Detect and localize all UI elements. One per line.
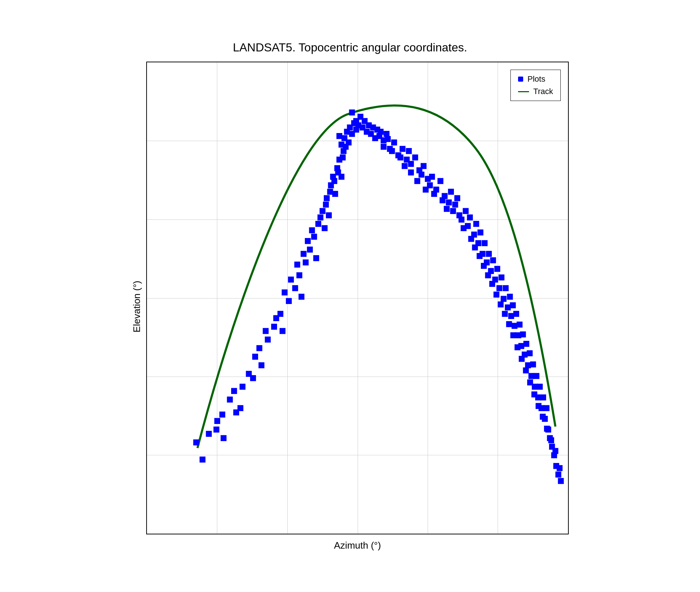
dot (221, 435, 226, 441)
dot (540, 394, 546, 400)
dot (419, 172, 424, 178)
dot (438, 178, 443, 184)
dot (508, 313, 514, 319)
dot (301, 251, 307, 257)
dot (271, 324, 277, 330)
dot (506, 321, 512, 327)
dot (227, 397, 233, 402)
dot (376, 133, 382, 139)
dot (467, 214, 473, 220)
dot (324, 195, 330, 201)
dot (288, 277, 294, 283)
dot (307, 246, 313, 252)
dot (527, 379, 533, 385)
dot (305, 238, 311, 244)
dot (431, 191, 437, 197)
dot (331, 178, 337, 184)
chart-svg (147, 62, 568, 534)
dot (440, 197, 446, 203)
dot (485, 272, 491, 278)
dot (414, 178, 420, 184)
dot (481, 263, 487, 269)
dot (263, 328, 269, 334)
dot (286, 298, 292, 304)
dot (505, 304, 511, 310)
dot (444, 206, 450, 212)
dot (537, 384, 543, 390)
dot (237, 405, 243, 411)
dot (548, 437, 554, 443)
dot (532, 392, 537, 397)
dot (250, 375, 256, 381)
dot (482, 240, 487, 246)
dot (323, 202, 329, 207)
dot (468, 236, 474, 242)
dot (303, 260, 308, 265)
dot (507, 294, 513, 300)
dot (524, 341, 529, 347)
dot (513, 311, 519, 317)
dot (544, 405, 549, 411)
dot (400, 146, 405, 152)
dot (320, 208, 326, 214)
dot (280, 328, 285, 334)
dot (423, 187, 429, 192)
dot (446, 199, 452, 205)
dot (256, 345, 262, 351)
dot (490, 257, 496, 263)
dot (389, 148, 395, 154)
chart-wrap: Elevation (°) (131, 62, 569, 551)
dot (450, 208, 456, 214)
dot (326, 212, 332, 218)
dot (486, 251, 492, 257)
dot (332, 191, 338, 197)
dot (311, 234, 317, 239)
dot (498, 301, 503, 307)
dot (555, 472, 561, 478)
dot (337, 133, 342, 139)
dot (273, 315, 279, 321)
dot (530, 361, 536, 367)
dot (460, 225, 466, 231)
dot (520, 331, 526, 337)
dot (406, 148, 412, 154)
dot (510, 332, 516, 338)
dot (452, 202, 458, 207)
dot (503, 285, 509, 291)
dot (258, 362, 264, 368)
dot (472, 245, 478, 250)
plot-area-container: Plots Track Azimuth (°) (146, 62, 569, 551)
dot (454, 195, 460, 201)
dot (206, 431, 212, 437)
dot (463, 208, 468, 214)
dot (322, 225, 327, 231)
dot (282, 289, 288, 295)
dot (335, 170, 341, 175)
dot (544, 426, 550, 432)
dot (240, 384, 245, 390)
dot (292, 285, 298, 291)
dot (517, 322, 522, 327)
chart-title: LANDSAT5. Topocentric angular coordinate… (233, 41, 467, 54)
dot (265, 336, 271, 342)
dot (408, 161, 414, 167)
dot (523, 367, 529, 373)
dot (408, 170, 414, 175)
dot (494, 266, 500, 272)
dot (402, 163, 408, 169)
dot (421, 163, 427, 169)
legend: Plots Track (510, 70, 561, 101)
dot (252, 354, 258, 359)
dot (514, 344, 520, 350)
dot (494, 292, 499, 297)
dot (448, 189, 454, 195)
legend-plots-label: Plots (528, 74, 545, 84)
dot (340, 155, 346, 160)
dot (315, 221, 321, 227)
dot (525, 362, 531, 368)
dot (527, 350, 533, 356)
x-axis-label: Azimuth (°) (146, 540, 569, 551)
dot (533, 373, 539, 379)
dot (296, 272, 302, 278)
dot (412, 155, 418, 160)
